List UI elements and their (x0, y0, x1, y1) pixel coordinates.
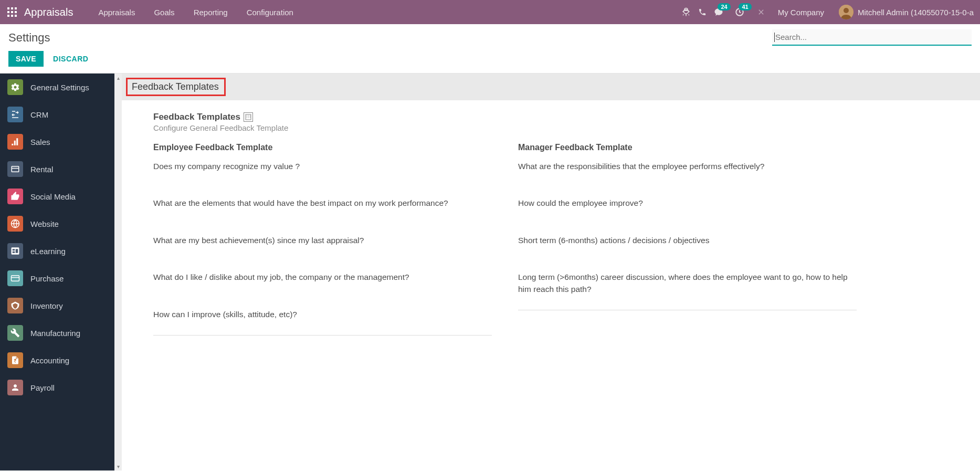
svg-rect-2 (15, 7, 17, 9)
manager-question[interactable]: Long term (>6months) career discussion, … (518, 271, 857, 295)
sidebar-item-social-media[interactable]: Social Media (0, 183, 114, 210)
sidebar-item-label: Inventory (30, 301, 63, 310)
manager-question[interactable]: How could the employee improve? (518, 197, 857, 209)
nav-item-goals[interactable]: Goals (144, 0, 184, 24)
sidebar-item-label: General Settings (30, 83, 89, 92)
control-panel: Settings (0, 24, 980, 48)
setting-title: Feedback Templates (153, 112, 240, 122)
search-cursor (774, 33, 775, 42)
section-header-feedback-templates: Feedback Templates (122, 74, 980, 100)
sidebar-icon (7, 243, 23, 259)
manager-feedback-header: Manager Feedback Template (518, 143, 857, 152)
save-button[interactable]: SAVE (8, 51, 44, 67)
sidebar-icon (7, 189, 23, 204)
user-menu[interactable]: Mitchell Admin (14055070-15-0-a (837, 5, 976, 19)
svg-point-11 (844, 8, 849, 13)
manager-question[interactable]: What are the responsibilities that the e… (518, 161, 857, 172)
sidebar-icon (7, 134, 23, 150)
svg-rect-5 (15, 11, 17, 13)
sidebar-item-elearning[interactable]: eLearning (0, 237, 114, 265)
messages-icon[interactable]: 24 (714, 7, 723, 17)
employee-feedback-header: Employee Feedback Template (153, 143, 492, 152)
svg-rect-8 (15, 15, 17, 17)
sidebar-item-label: Payroll (30, 383, 55, 392)
phone-icon[interactable] (698, 8, 707, 16)
user-name: Mitchell Admin (14055070-15-0-a (858, 8, 974, 17)
messages-badge: 24 (718, 3, 730, 11)
svg-rect-12 (12, 166, 19, 172)
sidebar-icon (7, 352, 23, 368)
main-area: General SettingsCRMSalesRentalSocial Med… (0, 73, 980, 470)
manager-question[interactable]: Short term (6-months) actions / decision… (518, 235, 857, 246)
sidebar-icon (7, 325, 23, 341)
settings-sidebar: General SettingsCRMSalesRentalSocial Med… (0, 74, 114, 470)
debug-icon[interactable] (681, 7, 691, 17)
setting-subtitle: Configure General Feedback Template (153, 123, 857, 132)
button-row: SAVE DISCARD (0, 48, 980, 73)
sidebar-item-label: CRM (30, 110, 48, 119)
close-dev-icon[interactable] (757, 8, 765, 16)
app-title[interactable]: Appraisals (24, 6, 73, 18)
employee-question[interactable]: What do I like / dislike about my job, t… (153, 271, 492, 283)
employee-question[interactable]: What are my best achievement(s) since my… (153, 235, 492, 246)
employee-feedback-column: Employee Feedback Template Does my compa… (153, 143, 492, 336)
activities-icon[interactable]: 41 (735, 7, 744, 17)
sidebar-icon (7, 298, 23, 313)
sidebar-item-sales[interactable]: Sales (0, 128, 114, 155)
company-scope-icon[interactable] (244, 112, 253, 122)
sidebar-item-label: Rental (30, 165, 53, 174)
header-right-icons: 24 41 My Company Mitchell Admin (1405507… (681, 5, 976, 19)
svg-rect-4 (11, 11, 13, 13)
svg-rect-7 (11, 15, 13, 17)
sidebar-item-manufacturing[interactable]: Manufacturing (0, 319, 114, 347)
sidebar-item-label: Sales (30, 138, 50, 146)
sidebar-item-rental[interactable]: Rental (0, 155, 114, 183)
search-wrap (772, 29, 972, 46)
sidebar-item-accounting[interactable]: Accounting (0, 347, 114, 374)
svg-rect-0 (7, 7, 9, 9)
sidebar-item-label: Accounting (30, 356, 69, 365)
sidebar-scrollbar[interactable]: ▴ ▾ (114, 74, 122, 470)
activities-badge: 41 (739, 3, 751, 11)
sidebar-icon (7, 216, 23, 232)
employee-question[interactable]: What are the elements that would have th… (153, 197, 492, 209)
sidebar-item-label: eLearning (30, 247, 66, 256)
manager-feedback-column: Manager Feedback Template What are the r… (518, 143, 857, 336)
employee-question[interactable]: Does my company recognize my value ? (153, 161, 492, 172)
breadcrumb: Settings (8, 31, 50, 45)
sidebar-item-website[interactable]: Website (0, 210, 114, 237)
settings-content: Feedback Templates Feedback Templates Co… (122, 74, 980, 470)
svg-rect-6 (7, 15, 9, 17)
svg-rect-3 (7, 11, 9, 13)
sidebar-icon (7, 380, 23, 395)
search-input[interactable] (772, 29, 972, 46)
divider (518, 310, 857, 310)
nav-item-reporting[interactable]: Reporting (184, 0, 237, 24)
avatar (839, 5, 853, 19)
sidebar-icon (7, 270, 23, 286)
divider (153, 335, 492, 336)
apps-icon[interactable] (4, 4, 20, 20)
top-nav: Appraisals Appraisals Goals Reporting Co… (0, 0, 980, 24)
sidebar-item-inventory[interactable]: Inventory (0, 292, 114, 319)
employee-question[interactable]: How can I improve (skills, attitude, etc… (153, 309, 492, 320)
sidebar-item-label: Social Media (30, 192, 76, 201)
sidebar-icon (7, 79, 23, 95)
highlight-box: Feedback Templates (126, 78, 226, 96)
company-switcher[interactable]: My Company (773, 8, 829, 17)
sidebar-icon (7, 161, 23, 177)
sidebar-item-label: Website (30, 219, 59, 228)
svg-rect-1 (11, 7, 13, 9)
nav-item-configuration[interactable]: Configuration (237, 0, 303, 24)
sidebar-item-payroll[interactable]: Payroll (0, 374, 114, 401)
sidebar-item-label: Manufacturing (30, 329, 80, 338)
sidebar-item-crm[interactable]: CRM (0, 101, 114, 128)
nav-item-appraisals[interactable]: Appraisals (89, 0, 144, 24)
sidebar-item-general-settings[interactable]: General Settings (0, 74, 114, 101)
sidebar-item-purchase[interactable]: Purchase (0, 265, 114, 292)
discard-button[interactable]: DISCARD (53, 55, 88, 63)
svg-rect-15 (12, 276, 19, 281)
sidebar-icon (7, 107, 23, 122)
nav-menu: Appraisals Goals Reporting Configuration (89, 0, 303, 24)
sidebar-item-label: Purchase (30, 274, 64, 283)
